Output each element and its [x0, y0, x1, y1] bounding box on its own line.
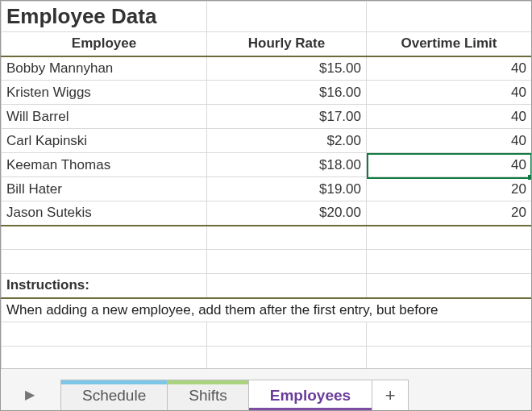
sheet-nav-button[interactable]: ▶ [7, 378, 52, 410]
cell-blank[interactable] [2, 347, 207, 370]
cell-blank[interactable] [207, 226, 367, 250]
tab-schedule[interactable]: Schedule [60, 380, 168, 410]
cell-blank[interactable] [2, 322, 207, 347]
col-header-ot[interactable]: Overtime Limit [367, 32, 532, 56]
cell-ot[interactable]: 20 [367, 177, 532, 201]
tab-employees[interactable]: Employees [248, 380, 372, 410]
cell-rate[interactable]: $19.00 [207, 177, 367, 201]
plus-icon: + [385, 385, 396, 406]
tab-label: Employees [270, 387, 351, 405]
cell-rate[interactable]: $20.00 [207, 201, 367, 226]
tab-bar-spacer [409, 409, 525, 410]
cell-ot[interactable]: 40 [367, 129, 532, 153]
cell-blank[interactable] [367, 322, 532, 347]
instructions-text[interactable]: When adding a new employee, add them aft… [2, 298, 532, 322]
cell-employee[interactable]: Bill Hater [2, 177, 207, 201]
instructions-label[interactable]: Instructions: [2, 274, 207, 298]
cell-blank[interactable] [207, 347, 367, 370]
cell-ot[interactable]: 40 [367, 56, 532, 81]
tab-add-button[interactable]: + [372, 380, 409, 410]
sheet-tab-bar: ▶ Schedule Shifts Employees + [1, 368, 531, 410]
cell-blank[interactable] [207, 250, 367, 274]
cell-rate[interactable]: $18.00 [207, 153, 367, 177]
cell-ot[interactable]: 40 [367, 105, 532, 129]
cell-blank[interactable] [207, 322, 367, 347]
play-icon: ▶ [25, 387, 35, 402]
col-header-rate[interactable]: Hourly Rate [207, 32, 367, 56]
cell-blank[interactable] [2, 250, 207, 274]
cell-blank[interactable] [367, 250, 532, 274]
sheet-title[interactable]: Employee Data [2, 2, 207, 32]
cell-employee[interactable]: Bobby Mannyhan [2, 56, 207, 81]
cell-blank[interactable] [367, 226, 532, 250]
cell-rate[interactable]: $15.00 [207, 56, 367, 81]
tab-color-bar [249, 408, 372, 411]
cell-blank[interactable] [367, 274, 532, 298]
tab-color-bar [168, 380, 248, 384]
col-header-employee[interactable]: Employee [2, 32, 207, 56]
spreadsheet-grid[interactable]: Employee Data Employee Hourly Rate Overt… [1, 1, 531, 369]
cell-employee[interactable]: Kristen Wiggs [2, 81, 207, 105]
cell-rate[interactable]: $16.00 [207, 81, 367, 105]
cell-blank[interactable] [2, 226, 207, 250]
cell-employee[interactable]: Jason Sutekis [2, 201, 207, 226]
tab-label: Shifts [189, 387, 227, 405]
cell-blank[interactable] [207, 274, 367, 298]
cell-employee[interactable]: Keeman Thomas [2, 153, 207, 177]
cell-employee[interactable]: Carl Kapinski [2, 129, 207, 153]
cell-rate[interactable]: $17.00 [207, 105, 367, 129]
cell-rate[interactable]: $2.00 [207, 129, 367, 153]
cell-ot[interactable]: 40 [367, 153, 532, 177]
tab-color-bar [61, 380, 167, 384]
tab-shifts[interactable]: Shifts [167, 380, 249, 410]
cell-employee[interactable]: Will Barrel [2, 105, 207, 129]
cell-ot[interactable]: 20 [367, 201, 532, 226]
cell-blank[interactable] [367, 2, 532, 32]
cell-blank[interactable] [207, 2, 367, 32]
cell-blank[interactable] [367, 347, 532, 370]
cell-ot[interactable]: 40 [367, 81, 532, 105]
tab-label: Schedule [82, 387, 146, 405]
